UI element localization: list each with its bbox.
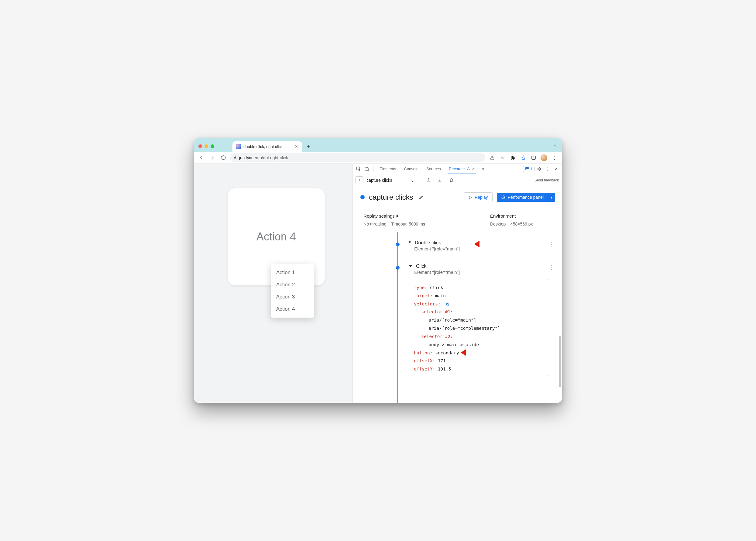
inspect-element-button[interactable] [354, 165, 362, 173]
tab-sources[interactable]: Sources [423, 164, 445, 174]
recording-status-dot-icon [360, 195, 365, 200]
detail-selector1-value-b[interactable]: aria/[role="complementary"] [428, 326, 500, 331]
forward-button[interactable] [208, 154, 217, 162]
menu-item[interactable]: Action 2 [271, 279, 314, 291]
new-tab-button[interactable]: + [304, 142, 313, 151]
recording-header: capture clicks Replay Performance panel … [352, 186, 562, 209]
profile-avatar[interactable] [541, 154, 547, 161]
experiment-flask-icon [467, 167, 470, 171]
minimize-window-button[interactable] [204, 144, 208, 148]
replay-settings-summary: No throttling|Timeout: 5000 ms [363, 222, 490, 227]
edit-title-button[interactable] [418, 194, 425, 201]
svg-rect-4 [367, 168, 369, 171]
detail-value-offsetx[interactable]: 171 [438, 358, 446, 363]
menu-item[interactable]: Action 3 [271, 291, 314, 303]
replay-settings-label: Replay settings [363, 213, 395, 219]
share-button[interactable] [489, 154, 496, 161]
reload-button[interactable] [219, 154, 227, 162]
address-bar[interactable]: jec.fyi/demo/dbl-right-click [230, 153, 485, 162]
steps-list: ⋮ Double click Element "[role="main"]" ⋮ [352, 232, 562, 403]
detail-selector2-value-a[interactable]: body > main > aside [428, 342, 479, 347]
step-node-icon [396, 266, 400, 270]
recorder-step[interactable]: ⋮ Double click Element "[role="main"]" [352, 237, 562, 255]
settings-row: Replay settings No throttling|Timeout: 5… [352, 209, 562, 232]
tab-close-icon[interactable]: ✕ [472, 167, 475, 171]
step-menu-button[interactable]: ⋮ [549, 264, 555, 271]
devtools-close-button[interactable]: ✕ [552, 165, 560, 173]
tab-title: double click, right click [243, 144, 283, 149]
flask-extension-icon[interactable] [520, 154, 527, 161]
detail-key-target: target [414, 293, 430, 298]
detail-key-offsetx: offsetX [414, 358, 432, 363]
context-menu: Action 1 Action 2 Action 3 Action 4 [271, 264, 314, 317]
replay-settings-toggle[interactable]: Replay settings [363, 213, 490, 219]
more-tabs-button[interactable]: » [479, 165, 487, 173]
svg-rect-1 [532, 156, 536, 159]
tab-recorder[interactable]: Recorder ✕ [445, 164, 479, 174]
tab-elements[interactable]: Elements [376, 164, 400, 174]
performance-panel-dropdown[interactable]: ▾ [548, 193, 555, 202]
extensions-button[interactable] [510, 154, 516, 161]
detail-value-target[interactable]: main [435, 293, 446, 298]
menu-item[interactable]: Action 1 [271, 267, 314, 279]
devtools-panel: Elements Console Sources Recorder ✕ » 1 [352, 164, 562, 403]
delete-button[interactable] [447, 176, 455, 184]
new-recording-button[interactable]: + [355, 176, 363, 184]
import-button[interactable] [436, 176, 444, 184]
devtools-settings-button[interactable] [535, 165, 543, 173]
favicon-icon [236, 144, 241, 149]
toolbar-actions: ☆ ⋮ [488, 154, 559, 161]
detail-value-button[interactable]: secondary [435, 350, 459, 355]
selector-picker-button[interactable] [445, 302, 450, 307]
step-title: Double click [415, 240, 441, 245]
detail-selector1-label: selector #1 [421, 309, 450, 314]
back-button[interactable] [197, 154, 206, 162]
recording-selector[interactable]: capture clicks ⌄ [366, 178, 414, 183]
svg-point-5 [502, 196, 505, 199]
send-feedback-link[interactable]: Send feedback [535, 178, 559, 182]
device-toolbar-button[interactable] [363, 165, 371, 173]
detail-value-offsety[interactable]: 191.5 [438, 366, 451, 371]
performance-panel-button[interactable]: Performance panel [497, 193, 548, 202]
tab-strip: double click, right click ✕ + ⌄ [194, 138, 562, 152]
tabs-overflow-button[interactable]: ⌄ [553, 143, 557, 147]
tab-console[interactable]: Console [401, 164, 422, 174]
browser-toolbar: jec.fyi/demo/dbl-right-click ☆ ⋮ [194, 152, 562, 164]
close-window-button[interactable] [198, 144, 202, 148]
environment-label: Environment [490, 213, 554, 219]
environment-summary: Desktop|458×566 px [490, 222, 554, 227]
detail-selector1-value-a[interactable]: aria/[role="main"] [428, 317, 476, 322]
side-panel-button[interactable] [530, 154, 537, 161]
devtools-menu-button[interactable]: ⋮ [544, 165, 552, 173]
page-viewport: Action 4 Action 1 Action 2 Action 3 Acti… [194, 164, 352, 403]
step-subtitle: Element "[role="main"]" [414, 270, 553, 275]
browser-window: double click, right click ✕ + ⌄ jec.fyi/… [194, 138, 562, 403]
chevron-down-icon: ⌄ [411, 178, 414, 183]
issues-button[interactable]: 1 [523, 166, 535, 172]
detail-selector2-label: selector #2 [421, 334, 450, 339]
recorder-step[interactable]: ⋮ Click Element "[role="main"]" type: cl… [352, 260, 562, 380]
step-menu-button[interactable]: ⋮ [549, 241, 555, 248]
browser-menu-button[interactable]: ⋮ [551, 154, 558, 161]
detail-value-type[interactable]: click [430, 285, 443, 290]
caret-down-icon [409, 265, 412, 267]
replay-button[interactable]: Replay [464, 193, 493, 202]
replay-button-label: Replay [475, 195, 488, 200]
menu-item[interactable]: Action 4 [271, 303, 314, 315]
recording-title: capture clicks [369, 193, 413, 202]
tab-close-button[interactable]: ✕ [293, 144, 299, 149]
export-button[interactable] [424, 176, 432, 184]
url-text: jec.fyi/demo/dbl-right-click [239, 155, 288, 160]
caret-right-icon [397, 215, 399, 218]
zoom-window-button[interactable] [210, 144, 214, 148]
detail-key-offsety: offsetY [414, 366, 432, 371]
detail-key-selectors: selectors [414, 301, 438, 306]
recording-selector-label: capture clicks [366, 178, 392, 183]
step-title: Click [416, 264, 427, 269]
browser-tab[interactable]: double click, right click ✕ [232, 141, 302, 152]
tab-recorder-label: Recorder [449, 167, 465, 171]
scrollbar-thumb[interactable] [559, 335, 561, 387]
lock-icon [233, 155, 237, 160]
bookmark-button[interactable]: ☆ [499, 154, 506, 161]
step-details: type: click target: main selectors: sele… [409, 279, 549, 376]
